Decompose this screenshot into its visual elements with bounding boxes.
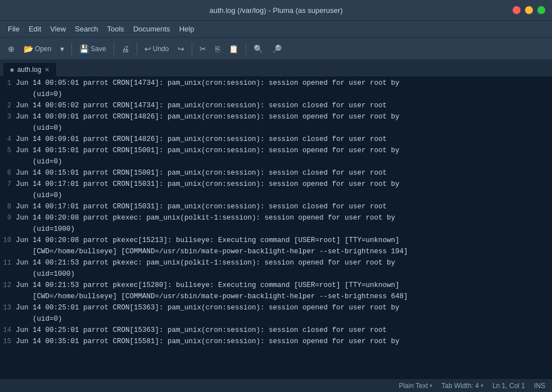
copy-icon: ⎘: [215, 44, 220, 53]
line-number: 5: [0, 145, 16, 156]
table-row: 1Jun 14 00:05:01 parrot CRON[14734]: pam…: [0, 78, 552, 100]
line-content: Jun 14 00:17:01 parrot CRON[15031]: pam_…: [16, 179, 552, 201]
undo-icon: ↩: [144, 44, 151, 53]
line-number: 2: [0, 100, 16, 111]
window-title: auth.log (/var/log) - Pluma (as superuse…: [210, 6, 343, 15]
line-content: Jun 14 00:25:01 parrot CRON[15363]: pam_…: [16, 302, 552, 325]
table-row: 9Jun 14 00:20:08 parrot pkexec: pam_unix…: [0, 212, 552, 235]
table-row: 14Jun 14 00:25:01 parrot CRON[15363]: pa…: [0, 325, 552, 336]
undo-label: Undo: [153, 45, 169, 53]
line-content: Jun 14 00:35:01 parrot CRON[15581]: pam_…: [16, 336, 552, 347]
open-dropdown-button[interactable]: ▾: [57, 43, 67, 55]
line-number: 3: [0, 111, 16, 122]
line-number: 12: [0, 280, 16, 291]
table-row: 3Jun 14 00:09:01 parrot CRON[14826]: pam…: [0, 111, 552, 134]
tab-width-chevron-icon: ▾: [481, 382, 483, 389]
table-row: 4Jun 14 00:09:01 parrot CRON[14826]: pam…: [0, 134, 552, 145]
line-number: 10: [0, 235, 16, 246]
paste-icon: 📋: [229, 44, 238, 53]
line-content: Jun 14 00:15:01 parrot CRON[15001]: pam_…: [16, 167, 552, 179]
insert-mode: INS: [534, 382, 545, 390]
redo-icon: ↪: [178, 44, 184, 53]
line-content: Jun 14 00:15:01 parrot CRON[15001]: pam_…: [16, 145, 552, 167]
close-button[interactable]: [513, 6, 521, 14]
table-row: 5Jun 14 00:15:01 parrot CRON[15001]: pam…: [0, 145, 552, 167]
line-number: 1: [0, 78, 16, 89]
tabbar: ■ auth.log ✕: [0, 60, 552, 76]
toolbar: ⊕ 📂 Open ▾ 💾 Save 🖨 ↩ Undo ↪ ✂ ⎘ 📋 🔍 🔎: [0, 37, 552, 60]
print-icon: 🖨: [121, 44, 129, 53]
line-number: 7: [0, 179, 16, 190]
line-content: Jun 14 00:20:08 parrot pkexec: pam_unix(…: [16, 212, 552, 235]
open-icon: 📂: [24, 44, 33, 53]
table-row: 15Jun 14 00:35:01 parrot CRON[15581]: pa…: [0, 336, 552, 347]
table-row: 10Jun 14 00:20:08 parrot pkexec[15213]: …: [0, 235, 552, 257]
window-controls: [513, 6, 545, 14]
line-number: 9: [0, 212, 16, 224]
line-content: Jun 14 00:21:53 parrot pkexec[15280]: bu…: [16, 280, 552, 302]
table-row: 12Jun 14 00:21:53 parrot pkexec[15280]: …: [0, 280, 552, 302]
menu-file[interactable]: File: [3, 24, 24, 34]
paste-button[interactable]: 📋: [225, 43, 242, 55]
find-button[interactable]: 🔍: [250, 43, 266, 55]
chevron-down-icon: ▾: [60, 44, 64, 53]
search-icon: 🔍: [254, 44, 263, 53]
new-button[interactable]: ⊕: [4, 43, 18, 55]
copy-button[interactable]: ⎘: [212, 43, 223, 55]
table-row: 8Jun 14 00:17:01 parrot CRON[15031]: pam…: [0, 201, 552, 212]
tab-width-selector[interactable]: Tab Width: 4 ▾: [441, 382, 483, 390]
line-content: Jun 14 00:20:08 parrot pkexec[15213]: bu…: [16, 235, 552, 257]
toolbar-separator-2: [114, 43, 114, 55]
open-label: Open: [35, 45, 51, 53]
table-row: 2Jun 14 00:05:02 parrot CRON[14734]: pam…: [0, 100, 552, 111]
titlebar: auth.log (/var/log) - Pluma (as superuse…: [0, 0, 552, 20]
menu-help[interactable]: Help: [175, 24, 199, 34]
toolbar-separator-1: [71, 43, 72, 55]
toolbar-separator-3: [137, 43, 137, 55]
cursor-position: Ln 1, Col 1: [492, 382, 525, 390]
file-icon: ■: [10, 66, 14, 73]
table-row: 6Jun 14 00:15:01 parrot CRON[15001]: pam…: [0, 167, 552, 179]
save-icon: 💾: [79, 44, 89, 53]
cut-button[interactable]: ✂: [196, 43, 210, 55]
line-content: Jun 14 00:05:02 parrot CRON[14734]: pam_…: [16, 100, 552, 111]
plain-text-label: Plain Text: [399, 382, 428, 390]
cursor-position-label: Ln 1, Col 1: [492, 382, 525, 390]
print-button[interactable]: 🖨: [118, 43, 133, 55]
toolbar-separator-5: [246, 43, 246, 55]
tab-width-label: Tab Width: 4: [441, 382, 479, 390]
status-right: Plain Text ▾ Tab Width: 4 ▾ Ln 1, Col 1 …: [399, 382, 545, 390]
cut-icon: ✂: [200, 44, 206, 53]
maximize-button[interactable]: [537, 6, 545, 14]
menu-edit[interactable]: Edit: [24, 24, 46, 34]
plain-text-selector[interactable]: Plain Text ▾: [399, 382, 432, 390]
line-number: 13: [0, 302, 16, 313]
line-content: Jun 14 00:05:01 parrot CRON[14734]: pam_…: [16, 78, 552, 100]
editor-content[interactable]: 1Jun 14 00:05:01 parrot CRON[14734]: pam…: [0, 76, 552, 379]
save-button[interactable]: 💾 Save: [76, 43, 109, 55]
save-label: Save: [91, 45, 106, 53]
new-icon: ⊕: [8, 44, 15, 53]
tab-auth-log[interactable]: ■ auth.log ✕: [3, 63, 56, 76]
line-content: Jun 14 00:25:01 parrot CRON[15363]: pam_…: [16, 325, 552, 336]
open-button[interactable]: 📂 Open: [20, 43, 55, 55]
tab-label: auth.log: [17, 66, 42, 74]
redo-button[interactable]: ↪: [174, 43, 188, 55]
menu-search[interactable]: Search: [70, 24, 102, 34]
line-content: Jun 14 00:09:01 parrot CRON[14826]: pam_…: [16, 111, 552, 134]
line-content: Jun 14 00:09:01 parrot CRON[14826]: pam_…: [16, 134, 552, 145]
line-number: 14: [0, 325, 16, 336]
table-row: 11Jun 14 00:21:53 parrot pkexec: pam_uni…: [0, 257, 552, 280]
undo-button[interactable]: ↩ Undo: [141, 43, 173, 55]
plain-text-chevron-icon: ▾: [429, 382, 432, 389]
find-replace-icon: 🔎: [272, 44, 282, 53]
menu-view[interactable]: View: [46, 24, 70, 34]
find-replace-button[interactable]: 🔎: [269, 43, 285, 55]
menu-tools[interactable]: Tools: [103, 24, 129, 34]
tab-close-button[interactable]: ✕: [44, 66, 49, 74]
line-number: 15: [0, 336, 16, 347]
line-content: Jun 14 00:21:53 parrot pkexec: pam_unix(…: [16, 257, 552, 280]
minimize-button[interactable]: [525, 6, 533, 14]
menubar: File Edit View Search Tools Documents He…: [0, 20, 552, 37]
menu-documents[interactable]: Documents: [129, 24, 175, 34]
